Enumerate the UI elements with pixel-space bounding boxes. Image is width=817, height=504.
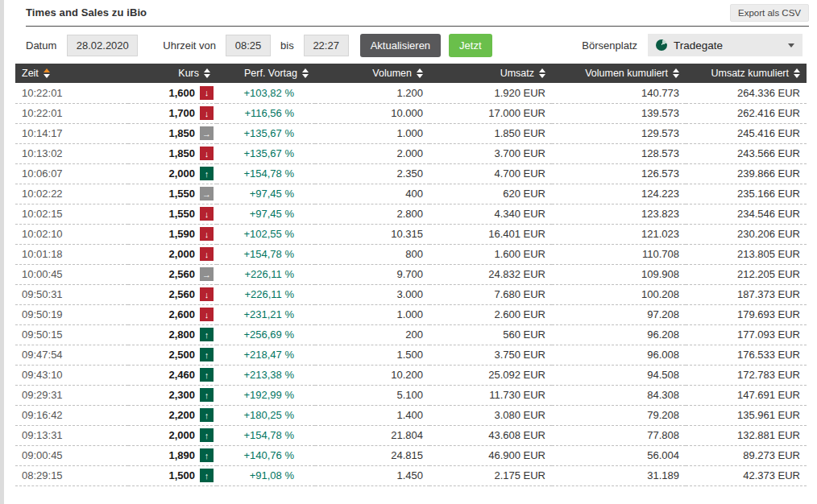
trade-turnover: 7.680 EUR: [429, 284, 552, 304]
trade-volume-cumulative: 97.208: [552, 304, 686, 324]
trade-turnover-cumulative: 132.881 EUR: [686, 425, 807, 445]
trade-turnover-cumulative: 243.566 EUR: [686, 143, 807, 163]
table-row: 09:13:31 2,000 ↑ +154,78 % 21.804 43.608…: [15, 425, 807, 445]
trade-price: 2,600: [168, 308, 195, 320]
trade-volume-cumulative: 124.223: [552, 184, 686, 204]
trade-turnover-cumulative: 262.416 EUR: [686, 103, 807, 123]
trade-price: 2,500: [168, 349, 195, 361]
arrow-up-icon: ↑: [200, 368, 214, 382]
column-header-umsatz-kumuliert[interactable]: Umsatz kumuliert: [686, 64, 807, 83]
table-row: 10:02:10 1,590 ↓ +102,55 % 10.315 16.401…: [15, 224, 807, 244]
exchange-pie-icon: [656, 39, 667, 51]
trade-perf-vortag: +180,25 %: [217, 405, 315, 425]
trade-volume: 10.200: [315, 365, 429, 385]
trade-volume-cumulative: 140.773: [552, 83, 686, 103]
column-header-umsatz[interactable]: Umsatz: [429, 64, 552, 83]
trade-turnover-cumulative: 42.373 EUR: [686, 465, 807, 485]
arrow-up-icon: ↑: [200, 328, 214, 341]
trade-volume: 2.350: [315, 163, 429, 184]
time-from-input[interactable]: [226, 35, 271, 56]
trade-time: 10:22:01: [15, 83, 128, 103]
trade-price: 2,560: [168, 268, 195, 280]
trade-price: 2,300: [168, 389, 195, 401]
trade-volume-cumulative: 96.208: [552, 324, 686, 345]
trade-volume: 1.200: [315, 83, 429, 103]
trade-time: 10:02:22: [15, 184, 128, 204]
trade-turnover-cumulative: 177.093 EUR: [686, 324, 807, 345]
trade-price: 2,200: [168, 409, 195, 421]
arrow-down-icon: ↓: [200, 147, 214, 160]
trade-perf-vortag: +218,47 %: [217, 345, 315, 365]
arrow-down-icon: ↓: [200, 86, 214, 100]
trade-price: 1,550: [168, 208, 195, 220]
trade-perf-vortag: +102,55 %: [217, 224, 315, 244]
page-left-edge: [0, 0, 4, 504]
trade-time: 09:50:15: [15, 324, 128, 345]
table-row: 09:50:19 2,600 ↓ +231,21 % 1.000 2.600 E…: [15, 304, 807, 324]
arrow-down-icon: ↓: [200, 207, 214, 221]
trade-volume: 200: [315, 324, 429, 345]
trade-turnover-cumulative: 147.691 EUR: [686, 385, 807, 405]
trade-time: 10:22:01: [15, 103, 128, 123]
trade-perf-vortag: +192,99 %: [217, 385, 315, 405]
table-row: 09:29:31 2,300 ↑ +192,99 % 5.100 11.730 …: [15, 385, 807, 405]
refresh-button[interactable]: Aktualisieren: [360, 34, 441, 57]
trade-perf-vortag: +116,56 %: [217, 103, 315, 123]
trade-turnover-cumulative: 234.546 EUR: [686, 204, 807, 224]
trade-volume-cumulative: 31.189: [552, 465, 686, 485]
trade-volume-cumulative: 121.023: [552, 224, 686, 244]
trade-volume: 21.804: [315, 425, 429, 445]
time-to-input[interactable]: [304, 35, 349, 56]
trade-turnover-cumulative: 172.783 EUR: [686, 365, 807, 385]
trade-turnover-cumulative: 213.805 EUR: [686, 244, 807, 264]
column-header-perf-vortag[interactable]: Perf. Vortag: [217, 64, 315, 83]
trade-time: 10:02:15: [15, 204, 128, 224]
trade-price: 1,890: [168, 449, 195, 461]
table-row: 09:43:10 2,460 ↑ +213,38 % 10.200 25.092…: [15, 365, 807, 385]
trade-time: 10:14:17: [15, 123, 128, 143]
trade-volume-cumulative: 77.808: [552, 425, 686, 445]
trade-price: 1,850: [168, 127, 195, 139]
column-header-volumen-kumuliert[interactable]: Volumen kumuliert: [552, 64, 686, 83]
trade-volume: 9.700: [315, 264, 429, 284]
column-header-label: Volumen kumuliert: [585, 68, 668, 79]
trade-volume: 2.800: [315, 204, 429, 224]
trade-turnover-cumulative: 230.206 EUR: [686, 224, 807, 244]
trade-turnover-cumulative: 235.166 EUR: [686, 184, 807, 204]
arrow-up-icon: ↑: [200, 469, 214, 482]
column-header-zeit[interactable]: Zeit: [15, 64, 128, 83]
trade-turnover: 2.175 EUR: [429, 465, 552, 485]
table-row: 10:22:01 1,700 ↓ +116,56 % 10.000 17.000…: [15, 103, 807, 123]
trade-turnover: 24.832 EUR: [429, 264, 552, 284]
trade-perf-vortag: +226,11 %: [217, 284, 315, 304]
column-header-label: Umsatz: [500, 68, 534, 79]
trade-turnover-cumulative: 239.866 EUR: [686, 163, 807, 184]
trade-perf-vortag: +154,78 %: [217, 244, 315, 264]
now-button[interactable]: Jetzt: [449, 34, 491, 57]
table-row: 10:00:45 2,560 → +226,11 % 9.700 24.832 …: [15, 264, 807, 284]
trade-price: 1,550: [168, 188, 195, 200]
export-csv-button[interactable]: Export als CSV: [730, 4, 809, 22]
date-label: Datum: [26, 39, 56, 52]
arrow-right-icon: →: [200, 187, 214, 200]
arrow-up-icon: ↑: [200, 388, 214, 402]
trade-price: 2,000: [168, 429, 195, 441]
sort-arrows-icon: [302, 68, 309, 78]
sort-arrows-icon: [417, 68, 423, 78]
times-and-sales-panel: Times and Sales zu iBio Export als CSV D…: [0, 0, 817, 486]
column-header-volumen[interactable]: Volumen: [315, 64, 429, 83]
trade-price: 1,700: [168, 107, 195, 119]
arrow-up-icon: ↑: [200, 448, 214, 462]
trade-volume: 10.315: [315, 224, 429, 244]
trade-volume: 24.815: [315, 445, 429, 465]
trade-perf-vortag: +213,38 %: [217, 365, 315, 385]
trade-perf-vortag: +97,45 %: [217, 204, 315, 224]
trade-volume: 10.000: [315, 103, 429, 123]
trade-perf-vortag: +231,21 %: [217, 304, 315, 324]
table-body: 10:22:01 1,600 ↓ +103,82 % 1.200 1.920 E…: [15, 83, 807, 485]
column-header-kurs[interactable]: Kurs: [128, 64, 217, 83]
date-input[interactable]: [67, 35, 138, 56]
trade-time: 09:47:54: [15, 345, 128, 365]
arrow-right-icon: →: [200, 267, 214, 281]
exchange-dropdown[interactable]: Tradegate: [648, 34, 802, 56]
